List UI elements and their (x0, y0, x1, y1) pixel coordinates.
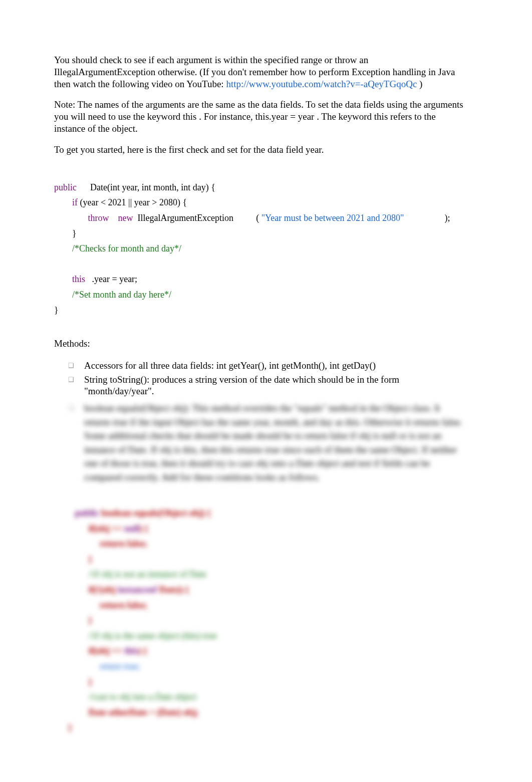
methods-list: ❑ Accessors for all three data fields: i… (54, 360, 464, 397)
code-inline: this (183, 111, 196, 122)
keyword-public: public (75, 508, 99, 518)
code-inline: int getYear(), int getMonth(), int getDa… (216, 360, 376, 371)
list-item: ❑ String toString(): produces a string v… (68, 374, 464, 398)
code-text: return false; (68, 539, 147, 549)
blurred-content: ❑ boolean equals(Object obj): This metho… (68, 401, 464, 750)
code-inline: String toString(): (84, 374, 149, 385)
keyword-public: public (54, 182, 77, 192)
code-text: } (68, 722, 72, 732)
text: Accessors for all three data fields: (84, 360, 216, 371)
code-text: ); (404, 213, 450, 223)
text: . For instance, (199, 111, 255, 122)
code-text: } (68, 554, 92, 564)
keyword-instanceof: instanceof (118, 585, 157, 595)
exception-class: IllegalArgumentException (138, 213, 234, 223)
keyword-new: new (118, 213, 133, 223)
bullet-icon: ❑ (68, 360, 84, 370)
keyword-this: this (124, 646, 138, 656)
code-text: Date(int year, int month, int day) { (77, 182, 215, 192)
code-text: } (68, 677, 92, 687)
keyword-this: this (72, 274, 85, 284)
keyword-throw: throw (88, 213, 109, 223)
keyword-null: null (124, 524, 139, 534)
code-text: } (54, 228, 77, 238)
code-text: return false; (68, 600, 147, 610)
code-text: } (54, 305, 59, 315)
text: ) (419, 79, 422, 89)
keyword-if: if (72, 197, 78, 207)
blurred-code-block: public boolean equals(Object obj) { if(o… (68, 490, 464, 750)
code-text: Date)) { (157, 585, 189, 595)
code-comment: //if obj is not an instance of Date (68, 569, 206, 579)
paragraph-this-keyword: Note: The names of the arguments are the… (54, 99, 464, 134)
bullet-icon: ❑ (68, 401, 84, 484)
bullet-icon: ❑ (68, 374, 84, 384)
code-text: ( (233, 213, 261, 223)
code-text: ) { (139, 524, 148, 534)
code-text: boolean equals(Object obj) { (99, 508, 211, 518)
list-item: ❑ boolean equals(Object obj): This metho… (68, 401, 464, 484)
paragraph-exception-intro: You should check to see if each argument… (54, 54, 464, 90)
youtube-link[interactable]: http://www.youtube.com/watch?v=-aQeyTGqo… (226, 79, 417, 89)
paragraph-intro-code: To get you started, here is the first ch… (54, 144, 464, 156)
list-item: ❑ Accessors for all three data fields: i… (68, 360, 464, 372)
code-text: Date otherDate = (Date) obj; (68, 707, 199, 717)
code-text: (year < 2021 || year > 2080) { (78, 197, 187, 207)
code-comment: //if obj is the same object (this) true (68, 631, 217, 641)
blurred-text: boolean equals(Object obj): This method … (84, 401, 464, 484)
blurred-preview: ❑ boolean equals(Object obj): This metho… (54, 401, 464, 750)
code-block-date-constructor: public Date(int year, int month, int day… (54, 164, 464, 318)
code-text: } (68, 615, 92, 625)
string-literal: "Year must be between 2021 and 2080" (261, 213, 404, 223)
code-comment: /*Set month and day here*/ (54, 290, 171, 300)
code-text: if(obj == (68, 646, 124, 656)
code-comment: //cast to obj into a Date object (68, 692, 196, 702)
code-text: ) { (138, 646, 147, 656)
code-text: if(obj == (68, 524, 124, 534)
code-inline: this.year = year (255, 111, 315, 122)
code-text: .year = year; (85, 274, 137, 284)
code-text: return true; (68, 661, 140, 671)
code-text: if(!(obj (68, 585, 118, 595)
methods-heading: Methods: (54, 338, 464, 350)
code-comment: /*Checks for month and day*/ (54, 243, 181, 253)
